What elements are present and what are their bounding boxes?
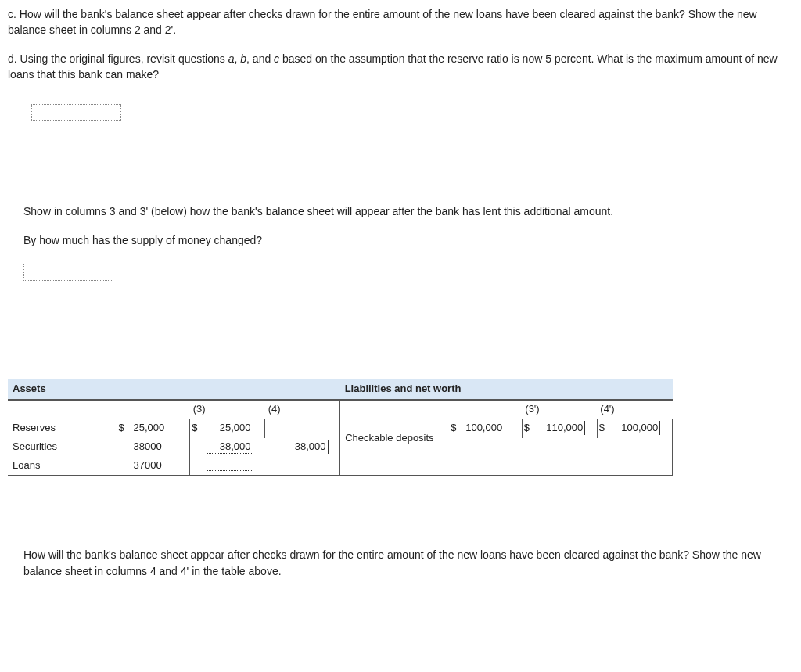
reserves-label: Reserves [8, 419, 117, 438]
max-loans-input[interactable] [31, 104, 121, 121]
currency-symbol: $ [597, 419, 613, 438]
currency-symbol: $ [449, 419, 465, 438]
currency-symbol: $ [190, 419, 207, 438]
balance-sheet-table: Assets Liabilities and net worth (3) (4)… [8, 379, 673, 476]
loans-col3-input[interactable] [207, 457, 265, 476]
checkable-base-value: 100,000 [465, 419, 522, 438]
reserves-base-value: 25,000 [134, 419, 190, 438]
securities-base-value: 38000 [134, 438, 190, 457]
table-row: Loans 37000 [8, 457, 673, 476]
securities-label: Securities [8, 438, 117, 457]
final-question-text: How will the bank's balance sheet appear… [8, 547, 793, 579]
qd-b: b [240, 52, 246, 65]
currency-symbol: $ [522, 419, 538, 438]
qd-a: a [228, 52, 235, 65]
column-header-row: (3) (4) (3') (4') [8, 400, 673, 419]
checkable-3p-input[interactable]: 110,000 [538, 419, 597, 438]
table-row: Reserves $ 25,000 $ 25,000 Checkable dep… [8, 419, 673, 438]
checkable-deposits-label: Checkable deposits [340, 419, 450, 457]
securities-col4-input[interactable]: 38,000 [282, 438, 340, 457]
col-4p-header: (4') [597, 400, 672, 419]
securities-col3-input[interactable]: 38,000 [207, 438, 265, 457]
question-c-text: c. How will the bank's balance sheet app… [8, 6, 793, 38]
show-columns-text: Show in columns 3 and 3' (below) how the… [23, 203, 793, 219]
col-3p-header: (3') [522, 400, 597, 419]
table-header-row: Assets Liabilities and net worth [8, 379, 673, 400]
assets-header: Assets [8, 379, 340, 400]
qd-pre: d. Using the original figures, revisit q… [8, 52, 228, 65]
col-3-header: (3) [190, 400, 265, 419]
qd-m2: , and [246, 52, 274, 65]
question-d-text: d. Using the original figures, revisit q… [8, 51, 793, 83]
col-4-header: (4) [265, 400, 340, 419]
currency-symbol: $ [117, 419, 134, 438]
liabilities-header: Liabilities and net worth [340, 379, 673, 400]
money-supply-question: By how much has the supply of money chan… [23, 232, 793, 248]
money-supply-input[interactable] [23, 264, 113, 281]
reserves-col3-input[interactable]: 25,000 [207, 419, 265, 438]
checkable-4p-input[interactable]: 100,000 [613, 419, 672, 438]
loans-label: Loans [8, 457, 117, 476]
loans-base-value: 37000 [134, 457, 190, 476]
